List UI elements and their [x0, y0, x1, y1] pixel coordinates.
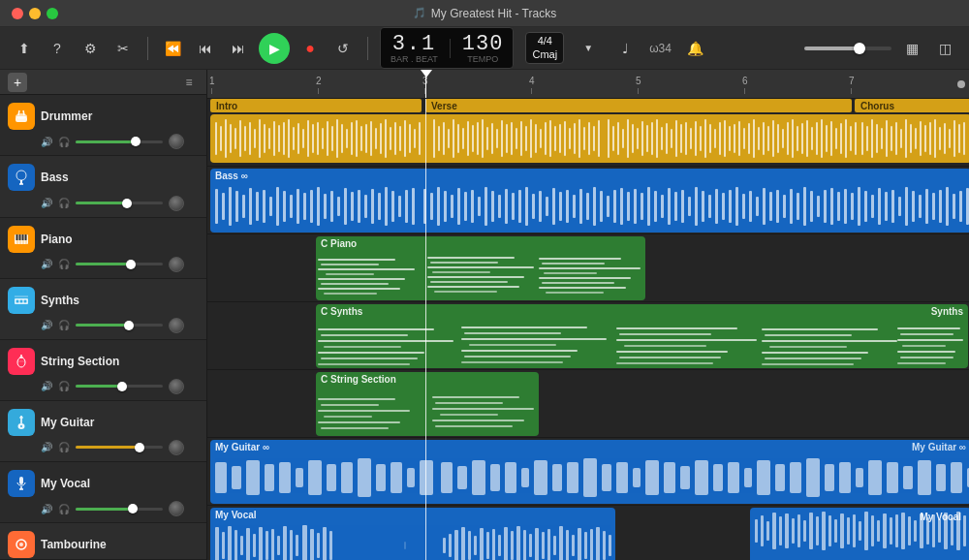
region-bass[interactable]: Bass ∞ [210, 169, 969, 233]
transport-display[interactable]: 3.1 BAR . BEAT 130 TEMPO [380, 27, 514, 69]
strings-mute[interactable]: 🔊 [41, 381, 52, 391]
guitar-headphone[interactable]: 🎧 [58, 442, 70, 452]
track-lane-guitar[interactable]: My Guitar ∞ My Guitar ∞ [207, 438, 969, 506]
svg-rect-255 [539, 191, 542, 222]
guitar-pan[interactable] [169, 440, 184, 455]
piano-pan[interactable] [169, 257, 184, 272]
svg-rect-423 [744, 468, 752, 487]
svg-rect-217 [276, 187, 279, 226]
tempo-label: TEMPO [462, 54, 504, 64]
track-list-button[interactable]: ≡ [179, 73, 199, 92]
drummer-track-name: Drummer [41, 109, 199, 123]
master-volume-slider[interactable] [804, 47, 891, 50]
track-lane-synths[interactable]: C Synths Synths [207, 302, 969, 370]
drummer-headphone[interactable]: 🎧 [58, 137, 70, 147]
svg-rect-220 [297, 189, 299, 224]
bass-pan[interactable] [169, 196, 184, 211]
strings-pan[interactable] [169, 379, 184, 394]
bass-volume-slider[interactable] [76, 202, 163, 204]
synths-pan[interactable] [169, 318, 184, 333]
svg-rect-64 [365, 124, 367, 153]
note-button[interactable]: ♩ [612, 36, 638, 61]
svg-rect-139 [743, 128, 745, 149]
guitar-volume-slider[interactable] [76, 446, 163, 449]
track-lane-piano[interactable]: C Piano [207, 234, 969, 302]
track-lane-strings[interactable]: C String Section [207, 370, 969, 438]
vocal-headphone[interactable]: 🎧 [58, 504, 70, 514]
section-intro[interactable]: Intro [210, 99, 422, 112]
minimize-button[interactable] [29, 8, 41, 19]
region-guitar[interactable]: My Guitar ∞ My Guitar ∞ [210, 440, 969, 504]
svg-rect-12 [19, 234, 21, 240]
library-button[interactable]: ◫ [932, 36, 957, 61]
svg-rect-443 [246, 528, 250, 560]
svg-rect-458 [443, 538, 446, 553]
scissors-button[interactable]: ✂ [110, 36, 136, 61]
svg-rect-457 [404, 542, 406, 549]
settings-button[interactable]: ⚙ [78, 36, 103, 61]
vocal-volume-slider[interactable] [76, 508, 163, 511]
svg-rect-356 [461, 361, 563, 363]
strings-region-label: C String Section [316, 372, 539, 387]
region-drummer-chorus[interactable] [857, 114, 969, 163]
synths-volume-slider[interactable] [76, 324, 163, 327]
mixer-button[interactable]: ▦ [899, 36, 924, 61]
svg-rect-422 [728, 462, 739, 493]
svg-rect-83 [467, 121, 469, 156]
piano-mute[interactable]: 🔊 [41, 259, 52, 269]
region-piano[interactable]: C Piano [316, 236, 645, 300]
strings-headphone[interactable]: 🎧 [58, 381, 70, 391]
svg-rect-213 [249, 188, 252, 225]
drummer-volume-slider[interactable] [76, 140, 163, 143]
skip-back-button[interactable]: ⏮ [193, 36, 218, 61]
svg-rect-486 [755, 519, 758, 543]
synths-mute[interactable]: 🔊 [41, 320, 52, 330]
piano-headphone[interactable]: 🎧 [58, 259, 70, 269]
svg-rect-257 [552, 188, 555, 225]
section-verse[interactable]: Verse [425, 99, 852, 112]
svg-rect-61 [351, 122, 353, 155]
record-button[interactable]: ● [297, 36, 323, 61]
separator-2 [367, 37, 368, 60]
svg-rect-362 [619, 357, 721, 358]
vocal-mute[interactable]: 🔊 [41, 504, 52, 514]
svg-rect-326 [324, 293, 377, 295]
guitar-mute[interactable]: 🔊 [41, 442, 52, 452]
svg-rect-488 [766, 521, 769, 541]
track-lane-vocal[interactable]: My Vocal [207, 506, 969, 560]
region-drummer-intro[interactable] [210, 114, 969, 163]
maximize-button[interactable] [47, 8, 58, 19]
drummer-pan[interactable] [169, 134, 184, 149]
track-lane-bass[interactable]: Bass ∞ [207, 167, 969, 234]
loop-button[interactable]: ↺ [330, 36, 356, 61]
bass-mute[interactable]: 🔊 [41, 198, 52, 208]
help-button[interactable]: ? [45, 36, 70, 61]
region-synths[interactable]: C Synths Synths [316, 304, 968, 368]
vocal-pan[interactable] [169, 501, 184, 516]
section-chorus[interactable]: Chorus [855, 99, 969, 112]
metronome-button[interactable]: 🔔 [683, 36, 708, 61]
svg-rect-372 [900, 333, 953, 335]
key-sig: Cmaj [532, 48, 557, 61]
time-sig-box[interactable]: 4/4 Cmaj [525, 32, 564, 63]
region-vocal-right[interactable]: My Vocal [750, 508, 969, 560]
skip-fwd-button[interactable]: ⏭ [226, 36, 251, 61]
synths-headphone[interactable]: 🎧 [58, 320, 70, 330]
svg-rect-336 [542, 263, 605, 264]
play-button[interactable]: ▶ [259, 33, 290, 64]
svg-rect-261 [579, 189, 582, 224]
strings-volume-slider[interactable] [76, 385, 163, 388]
svg-rect-323 [318, 278, 405, 280]
region-vocal-left[interactable]: My Vocal [210, 508, 615, 560]
ruler-mark-2: 2 [316, 76, 322, 94]
rewind-button[interactable]: ⏪ [160, 36, 185, 61]
time-sig-dropdown[interactable]: ▼ [576, 36, 601, 61]
bass-headphone[interactable]: 🎧 [58, 198, 70, 208]
share-button[interactable]: ⬆ [12, 36, 37, 61]
region-strings[interactable]: C String Section [316, 372, 539, 436]
drummer-mute[interactable]: 🔊 [41, 137, 52, 147]
svg-rect-144 [767, 126, 769, 151]
add-track-button[interactable]: + [8, 73, 27, 92]
close-button[interactable] [12, 8, 23, 19]
piano-volume-slider[interactable] [76, 263, 163, 265]
